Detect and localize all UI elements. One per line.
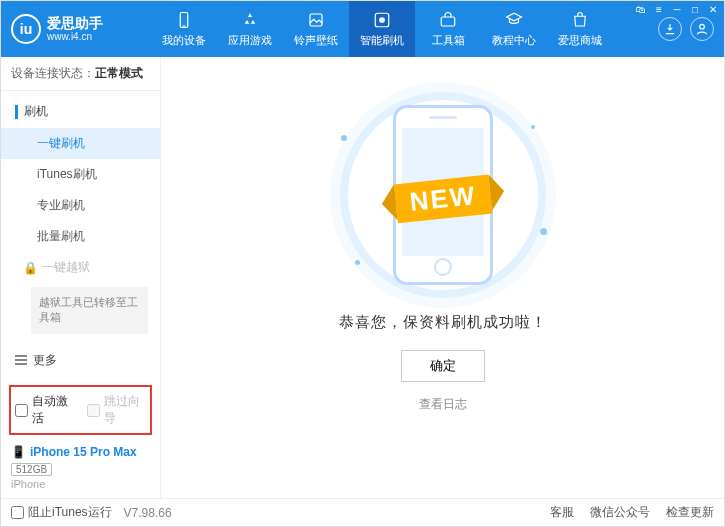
view-log-link[interactable]: 查看日志 <box>419 396 467 413</box>
tutorial-icon <box>504 10 524 30</box>
svg-rect-0 <box>180 13 188 28</box>
cart-icon[interactable]: 🛍 <box>634 3 648 15</box>
sidebar-item-jailbreak: 🔒 一键越狱 <box>1 252 160 283</box>
group-flash: 刷机 <box>1 95 160 128</box>
top-nav: 我的设备 应用游戏 铃声壁纸 智能刷机 工具箱 教程中心 <box>151 1 658 57</box>
sidebar: 设备连接状态：正常模式 刷机 一键刷机 iTunes刷机 专业刷机 批量刷机 🔒… <box>1 57 161 498</box>
nav-device[interactable]: 我的设备 <box>151 1 217 57</box>
device-name[interactable]: 📱 iPhone 15 Pro Max <box>11 445 150 459</box>
block-itunes-checkbox[interactable]: 阻止iTunes运行 <box>11 504 112 521</box>
phone-icon: 📱 <box>11 445 26 459</box>
maximize-icon[interactable]: □ <box>688 3 702 15</box>
sidebar-item-batch-flash[interactable]: 批量刷机 <box>1 221 160 252</box>
nav-ringtones[interactable]: 铃声壁纸 <box>283 1 349 57</box>
nav-tutorial[interactable]: 教程中心 <box>481 1 547 57</box>
main-panel: NEW 恭喜您，保资料刷机成功啦！ 确定 查看日志 <box>161 57 724 498</box>
logo-icon: iu <box>11 14 41 44</box>
sidebar-item-oneclick-flash[interactable]: 一键刷机 <box>1 128 160 159</box>
device-block: 📱 iPhone 15 Pro Max 512GB iPhone <box>1 437 160 498</box>
close-icon[interactable]: ✕ <box>706 3 720 15</box>
sidebar-item-pro-flash[interactable]: 专业刷机 <box>1 190 160 221</box>
check-update-link[interactable]: 检查更新 <box>666 504 714 521</box>
apps-icon <box>240 10 260 30</box>
toolbox-icon <box>438 10 458 30</box>
nav-tools[interactable]: 工具箱 <box>415 1 481 57</box>
store-icon <box>570 10 590 30</box>
sidebar-item-other-tools[interactable]: 其他工具 <box>1 377 160 383</box>
skip-guide-checkbox[interactable]: 跳过向导 <box>87 393 147 427</box>
app-title: 爱思助手 <box>47 16 103 31</box>
device-capacity: 512GB <box>11 463 52 476</box>
svg-point-6 <box>700 24 705 29</box>
download-button[interactable] <box>658 17 682 41</box>
version-label: V7.98.66 <box>124 506 172 520</box>
device-type: iPhone <box>11 478 150 490</box>
support-link[interactable]: 客服 <box>550 504 574 521</box>
sidebar-item-itunes-flash[interactable]: iTunes刷机 <box>1 159 160 190</box>
footer: 阻止iTunes运行 V7.98.66 客服 微信公众号 检查更新 <box>1 498 724 526</box>
flash-icon <box>372 10 392 30</box>
app-header: iu 爱思助手 www.i4.cn 我的设备 应用游戏 铃声壁纸 智能刷机 <box>1 1 724 57</box>
ok-button[interactable]: 确定 <box>401 350 485 382</box>
lock-icon: 🔒 <box>23 261 38 275</box>
nav-apps[interactable]: 应用游戏 <box>217 1 283 57</box>
connection-status: 设备连接状态：正常模式 <box>1 57 160 91</box>
group-more: 更多 <box>1 344 160 377</box>
wechat-link[interactable]: 微信公众号 <box>590 504 650 521</box>
device-icon <box>174 10 194 30</box>
user-button[interactable] <box>690 17 714 41</box>
wallpaper-icon <box>306 10 326 30</box>
menu-icon[interactable]: ≡ <box>652 3 666 15</box>
app-site: www.i4.cn <box>47 31 103 42</box>
svg-point-4 <box>380 18 385 23</box>
success-illustration: NEW <box>333 95 553 295</box>
success-message: 恭喜您，保资料刷机成功啦！ <box>339 313 547 332</box>
auto-activate-checkbox[interactable]: 自动激活 <box>15 393 75 427</box>
app-logo: iu 爱思助手 www.i4.cn <box>11 14 151 44</box>
minimize-icon[interactable]: ─ <box>670 3 684 15</box>
highlight-box: 自动激活 跳过向导 <box>9 385 152 435</box>
jailbreak-note: 越狱工具已转移至工具箱 <box>31 287 148 334</box>
svg-rect-5 <box>441 17 455 26</box>
list-icon <box>15 355 27 365</box>
svg-rect-2 <box>310 14 322 26</box>
nav-store[interactable]: 爱思商城 <box>547 1 613 57</box>
nav-flash[interactable]: 智能刷机 <box>349 1 415 57</box>
